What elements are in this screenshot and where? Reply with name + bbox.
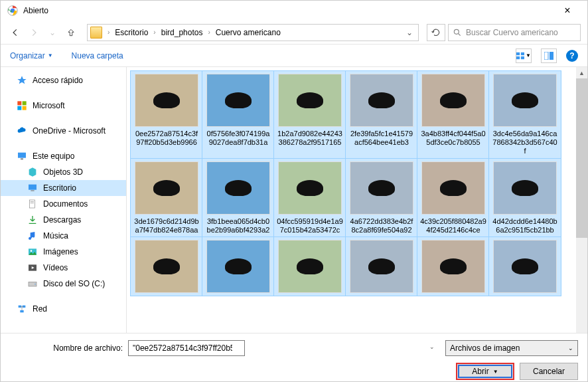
forward-button[interactable] <box>26 25 42 41</box>
file-tile[interactable]: 1b2a7d9082e44243386278a2f9517165 <box>274 71 346 159</box>
chevron-down-icon: ⌄ <box>568 345 573 351</box>
recent-dropdown[interactable]: ⌄ <box>44 25 60 41</box>
chevron-right-icon[interactable]: › <box>105 29 112 36</box>
sidebar-pictures[interactable]: Imágenes <box>1 244 126 260</box>
sidebar-desktop[interactable]: Escritorio <box>1 180 126 196</box>
file-tile[interactable]: 3de1679c6d214d9ba7f47db824e878aa <box>131 159 202 237</box>
sidebar-microsoft[interactable]: Microsoft <box>1 98 126 114</box>
file-tile[interactable]: 3a4b83ff4cf044f5a05df3ce0c7b8055 <box>417 71 489 159</box>
svg-rect-27 <box>20 310 23 312</box>
back-button[interactable] <box>7 25 23 41</box>
file-name: 3de1679c6d214d9ba7f47db824e878aa <box>133 217 200 235</box>
svg-rect-4 <box>521 52 524 54</box>
breadcrumb-segment[interactable]: bird_photos <box>159 28 206 37</box>
svg-rect-7 <box>544 52 548 60</box>
thumbnail <box>206 240 270 293</box>
scrollbar-thumb[interactable] <box>576 78 587 238</box>
window-title: Abierto <box>23 6 554 15</box>
sidebar-3d-objects[interactable]: Objetos 3D <box>1 164 126 180</box>
breadcrumb-segment[interactable]: Escritorio <box>112 28 151 37</box>
cancel-button[interactable]: Cancelar <box>520 363 578 380</box>
file-name: 4d42dcdd6e14480b6a2c951f5cb21bb <box>492 217 558 235</box>
breadcrumb-segment[interactable]: Cuervo americano <box>213 28 283 37</box>
file-name: 4a6722dd383e4b2f8c2a8f69fe504a92 <box>348 217 415 235</box>
thumbnail <box>278 161 342 215</box>
file-tile[interactable]: 4a6722dd383e4b2f8c2a8f69fe504a92 <box>346 159 417 237</box>
svg-rect-19 <box>31 203 34 203</box>
refresh-button[interactable] <box>427 24 445 41</box>
svg-rect-5 <box>516 56 520 58</box>
preview-pane-button[interactable] <box>541 48 557 63</box>
svg-rect-17 <box>29 200 35 208</box>
sidebar-onedrive[interactable]: OneDrive - Microsoft <box>1 123 126 139</box>
file-tile[interactable]: 4d42dcdd6e14480b6a2c951f5cb21bb <box>489 159 561 237</box>
file-tile[interactable] <box>202 237 274 296</box>
svg-rect-16 <box>31 190 34 191</box>
chevron-right-icon: › <box>205 29 212 36</box>
sidebar-documents[interactable]: Documentos <box>1 196 126 212</box>
thumbnail <box>278 74 342 127</box>
thumbnail <box>350 240 413 293</box>
scrollbar[interactable]: ▲ <box>576 67 587 333</box>
file-list[interactable]: 0ee2572a87514c3f97ff20b5d3eb99660f5756fe… <box>127 67 587 333</box>
file-tile[interactable] <box>346 237 417 296</box>
svg-rect-14 <box>21 158 23 159</box>
file-name: 3a4b83ff4cf044f5a05df3ce0c7b8055 <box>420 130 486 147</box>
file-tile[interactable] <box>489 237 561 296</box>
chrome-icon <box>7 5 18 16</box>
svg-rect-12 <box>23 106 27 110</box>
file-tile[interactable] <box>417 237 489 296</box>
folder-icon <box>90 27 102 39</box>
sidebar-quick-access[interactable]: Acceso rápido <box>1 72 126 88</box>
file-tile[interactable] <box>274 237 346 296</box>
help-button[interactable]: ? <box>566 50 578 62</box>
filename-input[interactable] <box>128 340 245 356</box>
svg-point-21 <box>31 250 33 252</box>
file-tile[interactable]: 3dc4e56da9a146ca7868342b3d567c40f <box>489 71 561 159</box>
search-icon <box>453 28 462 37</box>
svg-rect-18 <box>31 201 34 202</box>
svg-rect-6 <box>521 56 524 58</box>
file-tile[interactable]: 4c39c205f880482a94f245d2146c4ce <box>417 159 489 237</box>
chevron-down-icon[interactable]: ⌄ <box>429 343 435 350</box>
thumbnail <box>135 74 198 127</box>
sidebar-local-disk[interactable]: Disco del SO (C:) <box>1 276 126 292</box>
file-tile[interactable]: 04fcc595919d4e1a97c015b42a53472c <box>274 159 346 237</box>
svg-rect-25 <box>19 306 22 308</box>
view-mode-button[interactable]: ▼ <box>516 48 532 63</box>
svg-point-24 <box>35 284 35 284</box>
sidebar-music[interactable]: Música <box>1 228 126 244</box>
thumbnail <box>350 74 413 127</box>
file-tile[interactable] <box>131 237 202 296</box>
svg-point-2 <box>454 29 459 34</box>
main-area: Acceso rápido Microsoft OneDrive - Micro… <box>1 67 587 333</box>
file-name: 3fb1beea065d4cb0be2b99a6bf4293a2 <box>205 217 271 235</box>
up-button[interactable] <box>63 25 79 41</box>
sidebar-downloads[interactable]: Descargas <box>1 212 126 228</box>
search-input[interactable]: Buscar Cuervo americano <box>448 24 581 41</box>
file-type-filter[interactable]: Archivos de imagen ⌄ <box>445 340 578 356</box>
breadcrumb[interactable]: › Escritorio › bird_photos › Cuervo amer… <box>87 24 419 41</box>
file-tile[interactable]: 3fb1beea065d4cb0be2b99a6bf4293a2 <box>202 159 274 237</box>
svg-rect-13 <box>18 153 26 158</box>
sidebar: Acceso rápido Microsoft OneDrive - Micro… <box>1 67 127 333</box>
open-button[interactable]: Abrir▼ <box>456 363 514 380</box>
sidebar-videos[interactable]: Vídeos <box>1 260 126 276</box>
file-name: 0ee2572a87514c3f97ff20b5d3eb9966 <box>133 130 200 147</box>
thumbnail <box>493 240 557 293</box>
organize-menu[interactable]: Organizar▼ <box>10 51 53 60</box>
sidebar-this-pc[interactable]: Este equipo <box>1 148 126 164</box>
file-name: 04fcc595919d4e1a97c015b42a53472c <box>277 217 343 235</box>
toolbar: Organizar▼ Nueva carpeta ▼ ? <box>1 45 587 67</box>
close-button[interactable]: × <box>554 5 581 17</box>
scroll-up-icon[interactable]: ▲ <box>576 67 587 78</box>
new-folder-button[interactable]: Nueva carpeta <box>72 51 123 60</box>
svg-rect-10 <box>23 101 27 105</box>
thumbnail <box>206 161 270 215</box>
file-tile[interactable]: 2fe39fa5fc1e41579acf564bee41eb3 <box>346 71 417 159</box>
sidebar-network[interactable]: Red <box>1 301 126 317</box>
thumbnail <box>421 74 485 127</box>
file-tile[interactable]: 0ee2572a87514c3f97ff20b5d3eb9966 <box>131 71 202 159</box>
breadcrumb-dropdown[interactable]: ⌄ <box>404 28 415 37</box>
file-tile[interactable]: 0f5756fe3f074199a9027dea8f7db31a <box>202 71 274 159</box>
